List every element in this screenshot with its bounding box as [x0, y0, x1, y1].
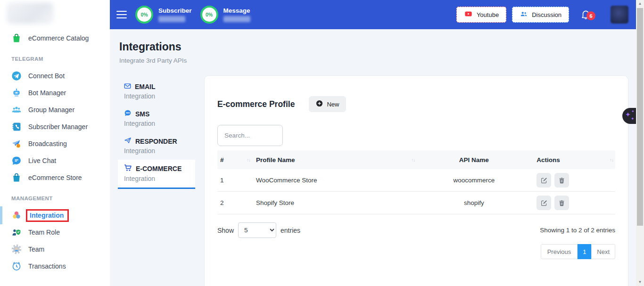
hamburger-menu-icon[interactable] — [116, 8, 127, 21]
entries-per-page-select[interactable]: 5 — [238, 222, 276, 238]
api-name-cell: woocommerce — [453, 177, 495, 184]
sidebar-item-connect-bot[interactable]: Connect Bot — [0, 67, 110, 84]
row-number: 1 — [220, 177, 224, 184]
tab-name: RESPONDER — [135, 138, 177, 145]
sidebar-item-label: Integration — [30, 212, 64, 219]
delete-button[interactable] — [554, 173, 569, 188]
profiles-table: #↑↓ Profile Name↑↓ API Name Actions↑↓ 1 … — [217, 150, 615, 214]
integration-subnav: EMAIL Integration SMS SMS Integration RE… — [118, 78, 195, 189]
chat-bubble-icon — [11, 155, 22, 166]
profile-name-cell: Shopify Store — [256, 199, 294, 206]
subscriber-progress-ring: 0% — [135, 6, 153, 24]
sidebar-item-team-role[interactable]: Team Role — [0, 224, 110, 241]
sidebar-item-team[interactable]: Team — [0, 241, 110, 258]
sort-icon[interactable]: ↑↓ — [247, 157, 250, 163]
sidebar-item-label: Group Manager — [28, 106, 74, 114]
sidebar-item-transactions[interactable]: Transactions — [0, 258, 110, 275]
sidebar-item-label: Broadcasting — [28, 140, 67, 147]
sidebar-section-management: MANAGEMENT — [11, 196, 110, 201]
user-avatar[interactable] — [611, 6, 628, 24]
sort-icon[interactable]: ↑↓ — [610, 157, 613, 163]
scrollbar-thumb[interactable] — [637, 8, 643, 226]
tab-ecommerce-integration[interactable]: E-COMMERCE Integration — [118, 160, 195, 189]
discussion-button[interactable]: Discussion — [512, 7, 569, 23]
panel-title: E-commerce Profile — [217, 99, 295, 109]
entries-label: entries — [281, 227, 300, 234]
sidebar-item-group-manager[interactable]: Group Manager — [0, 101, 110, 118]
youtube-icon — [464, 10, 473, 19]
notification-count-badge: 6 — [586, 11, 595, 20]
shopping-bag-blue-icon — [11, 172, 22, 183]
previous-page-button[interactable]: Previous — [541, 244, 578, 259]
edit-icon — [540, 199, 548, 207]
column-header-num[interactable]: # — [220, 156, 224, 163]
subscriber-percent: 0% — [140, 12, 148, 17]
sidebar-item-ecommerce-catalog[interactable]: eCommerce Catalog — [0, 30, 110, 47]
message-percent: 0% — [206, 12, 213, 17]
show-label: Show — [217, 227, 234, 234]
discussion-button-label: Discussion — [532, 11, 561, 18]
edit-button[interactable] — [537, 196, 551, 210]
ai-assistant-button[interactable]: ✦ ✦ ✦ — [622, 108, 636, 124]
column-header-profile-name[interactable]: Profile Name — [256, 156, 295, 163]
page-subtitle: Integrate 3rd Party APIs — [119, 57, 187, 64]
sidebar-item-label: Transactions — [28, 262, 66, 270]
ecommerce-profile-card: E-commerce Profile New #↑↓ Profile Name↑… — [204, 75, 628, 286]
trash-icon — [558, 177, 565, 184]
message-progress-ring: 0% — [200, 6, 218, 24]
users-group-icon — [11, 105, 22, 115]
sms-bubble-icon: SMS — [124, 109, 132, 118]
user-shield-icon — [11, 227, 22, 237]
subscriber-stat: 0% Subscriber — [135, 6, 192, 24]
edit-icon — [540, 177, 548, 184]
sidebar-item-label: eCommerce Catalog — [28, 34, 89, 42]
message-stat-label: Message — [223, 7, 250, 14]
gear-user-icon — [11, 244, 22, 254]
notifications-button[interactable]: 6 — [580, 5, 596, 24]
scrollbar-down-arrow[interactable]: ▼ — [636, 278, 644, 286]
sidebar-item-ecommerce-store[interactable]: eCommerce Store — [0, 169, 110, 186]
tab-sub-label: Integration — [124, 120, 189, 127]
svg-text:SMS: SMS — [126, 112, 130, 114]
sparkles-icon: ✦ — [625, 111, 631, 118]
delete-button[interactable] — [554, 196, 569, 210]
youtube-button[interactable]: Youtube — [456, 7, 506, 23]
sidebar-item-label: eCommerce Store — [28, 174, 82, 181]
column-header-actions[interactable]: Actions — [537, 156, 560, 163]
sidebar-item-broadcasting[interactable]: Broadcasting — [0, 135, 110, 152]
sidebar-item-label: Team — [28, 245, 44, 253]
sidebar-item-live-chat[interactable]: Live Chat — [0, 152, 110, 169]
color-circles-icon — [11, 210, 22, 221]
sparkle-small-icon: ✦ — [631, 110, 635, 114]
pagination: Previous 1 Next — [217, 244, 615, 259]
scrollbar-up-arrow[interactable]: ▲ — [636, 0, 644, 8]
clock-history-icon — [11, 261, 22, 271]
subscriber-value-blurred — [158, 16, 185, 22]
sidebar-item-subscriber-manager[interactable]: Subscriber Manager — [0, 118, 110, 135]
new-profile-button[interactable]: New — [309, 96, 346, 112]
sort-icon[interactable]: ↑↓ — [411, 157, 415, 163]
sidebar-item-label: Team Role — [28, 229, 60, 236]
edit-button[interactable] — [537, 173, 551, 188]
paper-plane-coin-icon — [11, 139, 22, 149]
next-page-button[interactable]: Next — [591, 244, 615, 259]
table-row: 2 Shopify Store shopify — [217, 192, 615, 214]
annotation-red-box: Integration — [26, 209, 69, 222]
page-1-button[interactable]: 1 — [578, 244, 591, 259]
sidebar-item-integration[interactable]: Integration — [0, 207, 110, 224]
tab-responder-integration[interactable]: RESPONDER Integration — [118, 132, 195, 160]
message-stat: 0% Message — [200, 6, 250, 24]
tab-sms-integration[interactable]: SMS SMS Integration — [118, 105, 195, 132]
envelope-icon — [124, 82, 131, 91]
tab-name: E-COMMERCE — [136, 165, 182, 172]
table-header-row: #↑↓ Profile Name↑↓ API Name Actions↑↓ — [217, 150, 615, 169]
column-header-api-name[interactable]: API Name — [459, 156, 489, 163]
tab-sub-label: Integration — [124, 92, 189, 100]
profile-name-cell: WooCommerce Store — [256, 177, 317, 184]
telegram-icon — [11, 71, 22, 81]
sidebar-item-bot-manager[interactable]: Bot Manager — [0, 84, 110, 101]
tab-email-integration[interactable]: EMAIL Integration — [118, 78, 195, 105]
shopping-cart-icon — [124, 164, 132, 173]
paper-plane-icon — [124, 137, 132, 146]
search-input[interactable] — [217, 125, 283, 146]
